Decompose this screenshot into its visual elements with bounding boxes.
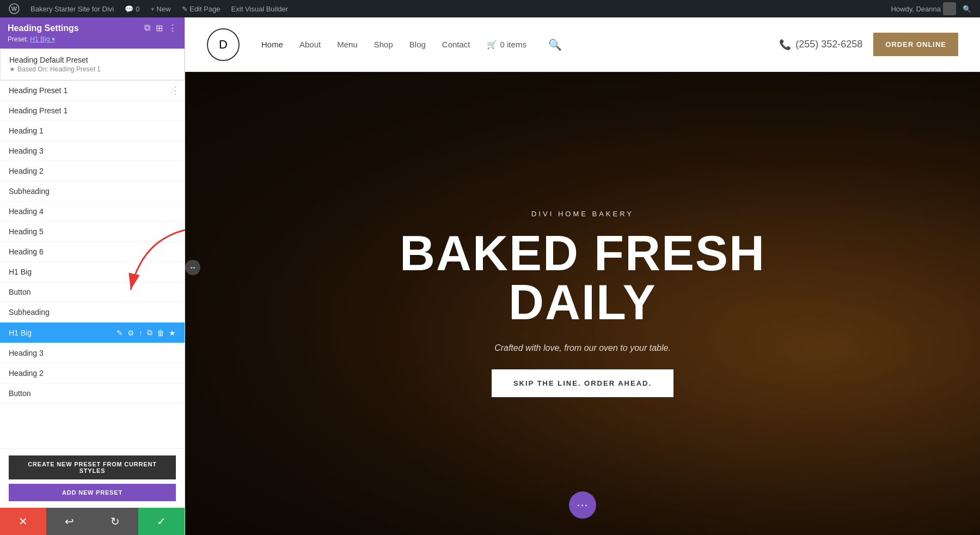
hero-cta-button[interactable]: SKIP THE LINE. ORDER AHEAD. (492, 369, 673, 397)
cancel-icon: ✕ (19, 515, 28, 528)
comment-icon: 💬 (125, 5, 133, 13)
list-item[interactable]: Subheading (0, 302, 185, 323)
nav-contact[interactable]: Contact (442, 40, 470, 49)
bottom-toolbar: ✕ ↩ ↻ ✓ (0, 508, 185, 535)
copy-icon[interactable]: ⧉ (144, 23, 150, 33)
edit-page-label: ✎ Edit Page (182, 5, 220, 13)
list-item[interactable]: Heading 2 (0, 363, 185, 384)
three-dots-icon[interactable]: ⋮ (170, 84, 180, 96)
nav-cart[interactable]: 🛒 0 items (487, 40, 526, 50)
site-nav: D Home About Menu Shop Blog Contact 🛒 0 … (185, 17, 980, 72)
main-area: Heading Settings ⧉ ⊞ ⋮ Preset: H1 Big ▾ … (0, 17, 980, 535)
delete-icon[interactable]: 🗑 (157, 329, 164, 337)
site-logo: D (207, 28, 240, 61)
panel-header-top: Heading Settings ⧉ ⊞ ⋮ (8, 23, 177, 33)
avatar[interactable] (943, 2, 956, 15)
undo-icon: ↩ (65, 515, 74, 528)
preset-item-label: Heading 3 (9, 349, 44, 357)
phone-area: 📞 (255) 352-6258 (779, 39, 862, 51)
preset-item-label: Button (9, 288, 30, 296)
list-item[interactable]: Heading 4 (0, 202, 185, 222)
preset-label: Preset: H1 Big ▾ (8, 35, 177, 43)
new-label: + New (150, 5, 170, 13)
save-icon: ✓ (157, 515, 166, 528)
wp-logo-item[interactable]: W (4, 0, 24, 17)
dots-icon: ··· (577, 498, 588, 512)
phone-icon: 📞 (779, 39, 791, 51)
search-icon-btn[interactable]: 🔍 (958, 5, 976, 13)
comment-count: 0 (136, 5, 139, 13)
list-item[interactable]: Heading 5 (0, 222, 185, 242)
nav-about[interactable]: About (299, 40, 321, 49)
preset-item-label: H1 Big (9, 268, 32, 276)
preset-name-link[interactable]: H1 Big ▾ (30, 35, 54, 43)
nav-links: Home About Menu Shop Blog Contact 🛒 0 it… (261, 38, 562, 51)
preset-list: Heading Preset 1 ☆ ⋮ Heading Preset 1 He… (0, 81, 185, 448)
create-preset-button[interactable]: CREATE NEW PRESET FROM CURRENT STYLES (9, 455, 176, 479)
list-item[interactable]: Heading Preset 1 ☆ ⋮ (0, 81, 185, 101)
undo-button[interactable]: ↩ (46, 508, 93, 535)
floating-dots-button[interactable]: ··· (569, 491, 596, 519)
list-item[interactable]: Heading 3 (0, 343, 185, 363)
search-button[interactable]: 🔍 (548, 38, 562, 51)
order-online-button[interactable]: ORDER ONLINE (873, 33, 958, 56)
grid-icon[interactable]: ⊞ (156, 23, 163, 33)
list-item[interactable]: Heading 1 (0, 121, 185, 141)
nav-menu[interactable]: Menu (337, 40, 358, 49)
more-icon[interactable]: ⋮ (168, 23, 177, 33)
nav-blog[interactable]: Blog (409, 40, 426, 49)
edit-page-item[interactable]: ✎ Edit Page (177, 0, 225, 17)
cancel-button[interactable]: ✕ (0, 508, 46, 535)
panel-header: Heading Settings ⧉ ⊞ ⋮ Preset: H1 Big ▾ (0, 17, 185, 48)
default-star-icon: ★ (9, 65, 15, 73)
active-actions: ✎ ⚙ ↑ ⧉ 🗑 ★ (117, 328, 176, 337)
preset-item-label: Subheading (9, 187, 50, 196)
edit-icon[interactable]: ✎ (117, 329, 123, 337)
list-item[interactable]: H1 Big (0, 262, 185, 282)
preset-item-label: Heading 3 (9, 147, 44, 155)
save-button[interactable]: ✓ (138, 508, 185, 535)
howdy-label: Howdy, Deanna (891, 5, 941, 13)
wordpress-icon: W (9, 3, 20, 14)
panel-bottom: CREATE NEW PRESET FROM CURRENT STYLES AD… (0, 448, 185, 508)
list-item[interactable]: Heading 3 (0, 141, 185, 161)
site-name-item[interactable]: Bakery Starter Site for Divi (26, 0, 118, 17)
comments-item[interactable]: 💬 0 (120, 0, 144, 17)
redo-button[interactable]: ↻ (93, 508, 139, 535)
list-item[interactable]: Heading 2 (0, 161, 185, 181)
default-preset-item[interactable]: Heading Default Preset ★ Based On: Headi… (1, 49, 184, 80)
list-item[interactable]: Subheading (0, 181, 185, 202)
list-item[interactable]: Button (0, 282, 185, 302)
preset-item-label: Button (9, 389, 30, 398)
import-icon[interactable]: ↑ (139, 329, 143, 337)
site-name-label: Bakery Starter Site for Divi (30, 5, 114, 13)
new-item[interactable]: + New (146, 0, 175, 17)
preset-dropdown: Heading Default Preset ★ Based On: Headi… (0, 48, 185, 81)
nav-home[interactable]: Home (261, 40, 283, 49)
preset-item-label: Heading 6 (9, 247, 44, 256)
preset-item-label: Heading 5 (9, 227, 44, 236)
nav-shop[interactable]: Shop (374, 40, 393, 49)
copy-action-icon[interactable]: ⧉ (147, 328, 152, 337)
hero-subtitle: DIVI HOME BAKERY (400, 210, 765, 218)
preset-item-label: Heading 1 (9, 126, 44, 135)
list-item[interactable]: Heading 6 (0, 242, 185, 262)
preset-item-label: Heading 4 (9, 207, 44, 216)
wp-bar-right: Howdy, Deanna 🔍 (891, 2, 976, 15)
default-based-label: Based On: Heading Preset 1 (17, 65, 101, 73)
list-item[interactable]: Button (0, 384, 185, 404)
preset-item-label: Heading 2 (9, 369, 44, 378)
phone-number: (255) 352-6258 (795, 39, 862, 50)
hero-description: Crafted with love, from our oven to your… (400, 343, 765, 353)
heading-settings-panel: Heading Settings ⧉ ⊞ ⋮ Preset: H1 Big ▾ … (0, 17, 185, 535)
settings-icon[interactable]: ⚙ (127, 329, 134, 337)
hero-content: DIVI HOME BAKERY BAKED FRESHDAILY Crafte… (400, 210, 765, 397)
list-item[interactable]: Heading Preset 1 (0, 101, 185, 121)
active-preset-item[interactable]: H1 Big ✎ ⚙ ↑ ⧉ 🗑 ★ (0, 323, 185, 343)
exit-visual-builder-item[interactable]: Exit Visual Builder (227, 0, 293, 17)
add-preset-button[interactable]: ADD NEW PRESET (9, 484, 176, 501)
star-active-icon[interactable]: ★ (169, 329, 176, 337)
site-nav-right: 📞 (255) 352-6258 ORDER ONLINE (779, 33, 958, 56)
cart-icon: 🛒 (487, 40, 497, 50)
resize-handle[interactable]: ↔ (185, 260, 200, 275)
